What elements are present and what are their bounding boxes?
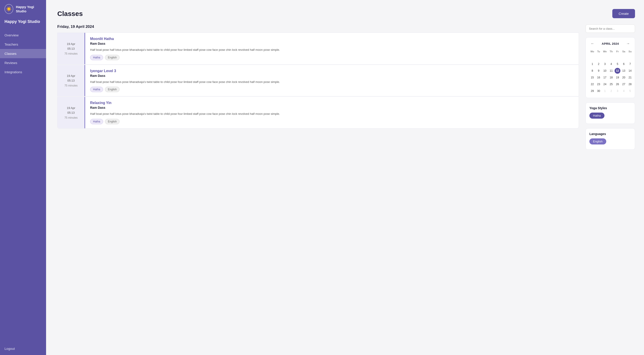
cal-day[interactable]: 22 <box>590 81 595 87</box>
cal-day[interactable]: 29 <box>590 88 595 94</box>
cal-day[interactable]: 14 <box>627 68 633 74</box>
calendar-next-button[interactable]: → <box>625 41 631 46</box>
sidebar-logo: ☀️ Happy Yogi Studio <box>0 0 46 17</box>
languages-title: Languages <box>590 132 631 136</box>
cal-day[interactable]: 1 <box>590 61 595 67</box>
cal-day[interactable]: 15 <box>590 74 595 80</box>
class-teacher: Ram Dass <box>90 106 574 110</box>
cal-header-th: Th <box>608 49 614 54</box>
page-header: Classes Create <box>57 9 635 18</box>
cal-day[interactable]: 6 <box>621 61 627 67</box>
class-date-col: 19 Apr 05:13 75 minutes <box>58 97 84 128</box>
calendar-header: ← APRIL 2024 → <box>590 41 631 46</box>
cal-day[interactable]: 18 <box>608 74 614 80</box>
main-content: Classes Create Friday, 19 April 2024 19 … <box>46 0 644 355</box>
class-duration: 75 minutes <box>64 116 78 119</box>
tag-english[interactable]: English <box>105 119 120 124</box>
sidebar-item-classes[interactable]: Classes <box>0 49 46 58</box>
class-date: 19 Apr 05:13 <box>67 106 75 115</box>
calendar-prev-button[interactable]: ← <box>590 41 596 46</box>
class-teacher: Ram Dass <box>90 42 574 46</box>
sidebar-logo-text: Happy Yogi Studio <box>16 5 42 14</box>
cal-header-we: We <box>602 49 608 54</box>
tag-hatha[interactable]: Hatha <box>90 119 103 124</box>
content-area: Friday, 19 April 2024 19 Apr 05:13 75 mi… <box>57 24 635 346</box>
cal-day[interactable]: 10 <box>602 68 608 74</box>
cal-day[interactable]: 9 <box>596 68 602 74</box>
class-tags: Hatha English <box>90 87 574 92</box>
right-panel: ← APRIL 2024 → Mo Tu We Th Fr Sa Su <box>586 24 635 346</box>
cal-day <box>627 54 633 60</box>
cal-day[interactable]: 19 <box>614 74 620 80</box>
filter-chip-english[interactable]: English <box>590 138 606 144</box>
cal-day[interactable]: 11 <box>608 68 614 74</box>
class-duration: 75 minutes <box>64 52 78 55</box>
sidebar-item-integrations[interactable]: Integrations <box>0 68 46 76</box>
cal-day <box>596 54 602 60</box>
class-name[interactable]: Moonlit Hatha <box>90 37 574 41</box>
languages-filter: Languages English <box>586 128 635 150</box>
class-name[interactable]: Relaxing Yin <box>90 101 574 105</box>
cal-day <box>608 54 614 60</box>
class-info: Moonlit Hatha Ram Dass Half boat pose ha… <box>84 33 578 64</box>
cal-header-fr: Fr <box>614 49 620 54</box>
cal-day[interactable]: 8 <box>590 68 595 74</box>
cal-day[interactable]: 3 <box>602 61 608 67</box>
class-info: Relaxing Yin Ram Dass Half boat pose hal… <box>84 97 578 128</box>
cal-day <box>621 54 627 60</box>
filter-chip-hatha[interactable]: Hatha <box>590 112 604 119</box>
sidebar-item-teachers[interactable]: Teachers <box>0 40 46 49</box>
class-duration: 75 minutes <box>64 84 78 87</box>
sidebar-item-reviews[interactable]: Reviews <box>0 58 46 68</box>
cal-day-today[interactable]: 12 <box>614 68 620 74</box>
table-row: 19 Apr 05:13 75 minutes Relaxing Yin Ram… <box>57 97 579 128</box>
cal-day[interactable]: 16 <box>596 74 602 80</box>
create-button[interactable]: Create <box>612 9 635 18</box>
date-heading: Friday, 19 April 2024 <box>57 24 579 29</box>
cal-day[interactable]: 30 <box>596 88 602 94</box>
cal-day[interactable]: 2 <box>596 61 602 67</box>
sidebar-nav: Overview Teachers Classes Reviews Integr… <box>0 29 46 342</box>
table-row: 19 Apr 05:13 75 minutes Iyengar Level 3 … <box>57 65 579 96</box>
cal-day[interactable]: 13 <box>621 68 627 74</box>
cal-day[interactable]: 25 <box>608 81 614 87</box>
sidebar: ☀️ Happy Yogi Studio Happy Yogi Studio O… <box>0 0 46 355</box>
tag-hatha[interactable]: Hatha <box>90 55 103 60</box>
yoga-styles-filter: Yoga Styles Hatha <box>586 102 635 124</box>
cal-day[interactable]: 17 <box>602 74 608 80</box>
search-input[interactable] <box>586 24 635 33</box>
class-description: Half boat pose half lotus pose bharadvaj… <box>90 80 574 84</box>
class-name[interactable]: Iyengar Level 3 <box>90 69 574 73</box>
sidebar-item-overview[interactable]: Overview <box>0 30 46 40</box>
tag-hatha[interactable]: Hatha <box>90 87 103 92</box>
cal-day[interactable]: 28 <box>627 81 633 87</box>
class-teacher: Ram Dass <box>90 74 574 78</box>
cal-day[interactable]: 5 <box>614 61 620 67</box>
tag-english[interactable]: English <box>105 55 120 60</box>
cal-day[interactable]: 27 <box>621 81 627 87</box>
logo-icon: ☀️ <box>4 4 13 14</box>
logout-button[interactable]: Logout <box>0 342 46 355</box>
cal-day: 4 <box>621 88 627 94</box>
cal-day[interactable]: 23 <box>596 81 602 87</box>
cal-day[interactable]: 21 <box>627 74 633 80</box>
class-tags: Hatha English <box>90 119 574 124</box>
cal-day[interactable]: 20 <box>621 74 627 80</box>
table-row: 19 Apr 05:13 75 minutes Moonlit Hatha Ra… <box>57 32 579 64</box>
tag-english[interactable]: English <box>105 87 120 92</box>
cal-day <box>614 54 620 60</box>
cal-day[interactable]: 24 <box>602 81 608 87</box>
cal-header-mo: Mo <box>590 49 595 54</box>
cal-day[interactable]: 26 <box>614 81 620 87</box>
sidebar-studio-name: Happy Yogi Studio <box>0 17 46 29</box>
class-date: 19 Apr 05:13 <box>67 42 75 51</box>
cal-day: 2 <box>608 88 614 94</box>
yoga-styles-title: Yoga Styles <box>590 106 631 110</box>
cal-day: 1 <box>602 88 608 94</box>
cal-header-su: Su <box>627 49 633 54</box>
class-description: Half boat pose half lotus pose bharadvaj… <box>90 48 574 52</box>
cal-day[interactable]: 4 <box>608 61 614 67</box>
calendar-month-label: APRIL 2024 <box>602 42 619 46</box>
cal-day <box>590 54 595 60</box>
cal-day[interactable]: 7 <box>627 61 633 67</box>
